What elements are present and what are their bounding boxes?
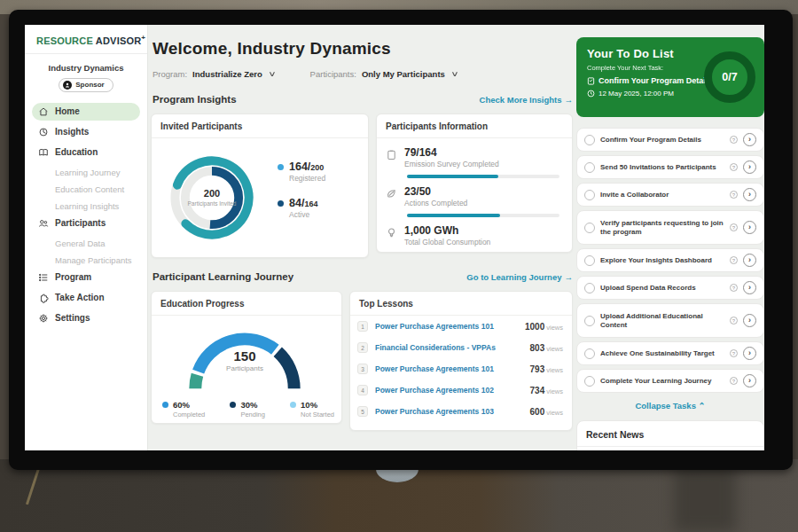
sidebar-item-home[interactable]: Home bbox=[32, 103, 140, 121]
chevron-right-icon[interactable]: › bbox=[743, 347, 756, 360]
legend-dot bbox=[278, 164, 284, 170]
sidebar-item-manage-participants[interactable]: Manage Participants bbox=[25, 252, 147, 269]
legend-dot bbox=[230, 402, 236, 408]
legend-item-completed: 60%Completed bbox=[162, 400, 205, 419]
task-row[interactable]: Send 50 Invitations to Participants ? › bbox=[576, 155, 764, 179]
task-checkbox[interactable] bbox=[584, 190, 595, 200]
task-checkbox[interactable] bbox=[584, 255, 595, 266]
check-more-insights-link[interactable]: Check More Insights→ bbox=[480, 95, 573, 105]
recent-news-card: Recent News bbox=[576, 420, 764, 450]
lesson-row: 1 Power Purchase Agreements 101 1000view… bbox=[350, 316, 572, 337]
info-icon[interactable]: ? bbox=[730, 223, 738, 231]
info-icon[interactable]: ? bbox=[730, 191, 738, 199]
task-checkbox[interactable] bbox=[584, 376, 595, 387]
lesson-title-link[interactable]: Power Purchase Agreements 103 bbox=[375, 407, 523, 416]
task-checkbox[interactable] bbox=[584, 162, 595, 173]
chevron-right-icon[interactable]: › bbox=[743, 160, 756, 174]
puzzle-icon bbox=[38, 293, 49, 303]
lesson-title-link[interactable]: Power Purchase Agreements 102 bbox=[375, 386, 523, 395]
recent-news-title: Recent News bbox=[577, 421, 763, 447]
chevron-right-icon[interactable]: › bbox=[743, 314, 756, 327]
task-checkbox[interactable] bbox=[584, 348, 595, 359]
list-icon bbox=[38, 272, 49, 283]
sidebar-item-education-content[interactable]: Education Content bbox=[25, 181, 147, 198]
lesson-title-link[interactable]: Power Purchase Agreements 101 bbox=[375, 322, 518, 331]
chevron-right-icon[interactable]: › bbox=[743, 254, 756, 267]
chevron-up-icon: ⌃ bbox=[699, 401, 706, 411]
sidebar-item-learning-insights[interactable]: Learning Insights bbox=[25, 198, 147, 215]
chevron-right-icon[interactable]: › bbox=[743, 281, 756, 294]
info-icon[interactable]: ? bbox=[730, 284, 738, 292]
lesson-rank: 5 bbox=[357, 406, 368, 417]
education-progress-card: Education Progress 150 Participants bbox=[151, 291, 342, 424]
lesson-rank: 2 bbox=[357, 342, 368, 353]
sidebar-item-label: Education bbox=[55, 147, 98, 157]
task-row[interactable]: Complete Your Learning Journey ? › bbox=[576, 369, 764, 393]
donut-center-value: 200 bbox=[204, 188, 220, 199]
section-title: Program Insights bbox=[153, 94, 237, 105]
info-icon[interactable]: ? bbox=[730, 256, 738, 264]
sidebar-item-settings[interactable]: Settings bbox=[32, 309, 140, 327]
education-progress-gauge-chart: 150 Participants bbox=[178, 322, 311, 395]
leaf-icon bbox=[386, 188, 397, 200]
chevron-down-icon[interactable]: ∨ bbox=[450, 70, 458, 78]
sidebar-item-education[interactable]: Education bbox=[32, 144, 140, 161]
chevron-down-icon[interactable]: ∨ bbox=[268, 70, 276, 78]
task-checkbox[interactable] bbox=[584, 223, 595, 233]
info-icon[interactable]: ? bbox=[730, 136, 738, 144]
chevron-right-icon[interactable]: › bbox=[743, 188, 756, 201]
task-row[interactable]: Verify participants requesting to join t… bbox=[576, 210, 764, 245]
task-row[interactable]: Confirm Your Program Details ? › bbox=[576, 128, 764, 152]
lesson-title-link[interactable]: Financial Considerations - VPPAs bbox=[375, 343, 523, 352]
todo-hero-card: Your To Do List Complete Your Next Task:… bbox=[576, 37, 764, 117]
collapse-tasks-link[interactable]: Collapse Tasks ⌃ bbox=[576, 401, 764, 411]
task-row[interactable]: Upload Additional Educational Content ? … bbox=[576, 303, 764, 338]
task-checkbox[interactable] bbox=[584, 316, 595, 326]
lesson-title-link[interactable]: Power Purchase Agreements 101 bbox=[375, 364, 523, 373]
lesson-row: 4 Power Purchase Agreements 102 734views bbox=[350, 379, 572, 401]
task-row[interactable]: Achieve One Sustainability Target ? › bbox=[576, 341, 764, 365]
learning-journey-header: Participant Learning Journey Go to Learn… bbox=[153, 271, 573, 282]
sidebar-item-learning-journey[interactable]: Learning Journey bbox=[25, 164, 147, 181]
sidebar-item-label: Settings bbox=[55, 313, 90, 323]
task-row[interactable]: Invite a Collaborator ? › bbox=[576, 183, 764, 207]
participants-filter-value[interactable]: Only My Participants bbox=[362, 69, 445, 79]
chevron-right-icon[interactable]: › bbox=[743, 374, 756, 387]
chevron-right-icon[interactable]: › bbox=[743, 133, 756, 146]
task-checkbox[interactable] bbox=[584, 135, 595, 145]
participants-information-card: Participants Information 79/164 Emission… bbox=[376, 113, 573, 253]
brand-secondary: ADVISOR bbox=[96, 35, 142, 46]
sidebar: RESOURCE ADVISOR+ Industry Dynamics Spon… bbox=[25, 25, 148, 450]
card-title: Top Lessons bbox=[350, 292, 572, 316]
program-filter-value[interactable]: Industrialize Zero bbox=[192, 69, 262, 79]
info-icon[interactable]: ? bbox=[730, 377, 738, 385]
task-row[interactable]: Explore Your Insights Dashboard ? › bbox=[576, 248, 764, 272]
sidebar-item-insights[interactable]: Insights bbox=[32, 123, 140, 141]
bulb-icon bbox=[386, 227, 397, 239]
info-icon[interactable]: ? bbox=[730, 349, 738, 357]
page-title: Welcome, Industry Dynamics bbox=[153, 39, 391, 59]
sidebar-item-take-action[interactable]: Take Action bbox=[32, 289, 140, 307]
sponsor-badge[interactable]: Sponsor bbox=[59, 78, 113, 92]
info-icon[interactable]: ? bbox=[730, 163, 738, 171]
legend-item-registered: 164/200 Registered bbox=[278, 160, 325, 183]
go-to-learning-journey-link[interactable]: Go to Learning Journey→ bbox=[466, 272, 573, 282]
todo-task-list: Confirm Your Program Details ? › Send 50… bbox=[576, 128, 764, 396]
sidebar-item-program[interactable]: Program bbox=[32, 269, 140, 286]
sidebar-nav: Home Insights Education Learning Journey… bbox=[25, 103, 147, 327]
sidebar-item-label: Program bbox=[55, 272, 91, 282]
card-title: Invited Participants bbox=[152, 114, 368, 138]
info-icon[interactable]: ? bbox=[730, 317, 738, 325]
top-lessons-card: Top Lessons 1 Power Purchase Agreements … bbox=[349, 291, 573, 431]
chevron-right-icon[interactable]: › bbox=[743, 221, 756, 234]
task-checkbox[interactable] bbox=[584, 283, 595, 293]
arrow-right-icon: → bbox=[565, 95, 574, 105]
sidebar-item-participants[interactable]: Participants bbox=[32, 215, 140, 232]
legend-dot bbox=[162, 402, 168, 408]
sidebar-item-general-data[interactable]: General Data bbox=[25, 235, 147, 252]
brand-logo: RESOURCE ADVISOR+ bbox=[25, 25, 147, 54]
legend-dot bbox=[278, 200, 284, 207]
people-icon bbox=[38, 218, 49, 229]
task-row[interactable]: Upload Spend Data Records ? › bbox=[576, 276, 764, 300]
todo-progress-ring: 0/7 bbox=[704, 51, 755, 103]
